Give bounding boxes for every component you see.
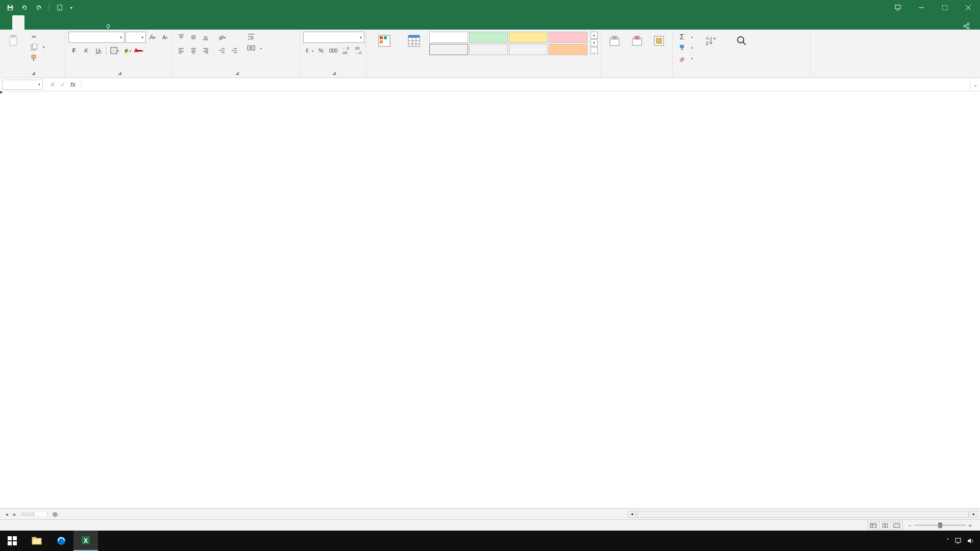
percent-format-button[interactable]: % [315,45,327,56]
zoom-slider[interactable] [915,524,966,526]
sheet-tab-sverweis-wildcard[interactable] [34,512,47,516]
maximize-button[interactable] [933,0,957,15]
tab-file[interactable] [0,15,12,30]
undo-button[interactable] [18,2,31,14]
style-schlecht[interactable] [549,32,587,43]
worksheet-grid[interactable] [0,91,980,508]
align-left-button[interactable] [176,45,187,56]
decrease-indent-button[interactable] [216,45,228,56]
hscroll-track[interactable] [637,511,969,518]
hscroll-right[interactable]: ▸ [970,511,978,518]
align-center-button[interactable] [188,45,199,56]
new-sheet-button[interactable]: ⊕ [47,510,63,518]
tray-volume-icon[interactable] [967,537,974,544]
style-eingabe[interactable] [549,44,587,55]
fill-color-button[interactable]: ▾ [121,45,132,56]
zoom-out-button[interactable]: − [908,522,911,529]
autosum-button[interactable]: Σ▾ [676,32,695,42]
borders-button[interactable]: ▾ [109,45,120,56]
number-launcher[interactable]: ◢ [332,70,336,76]
font-color-button[interactable]: A▾ [133,45,144,56]
cut-button[interactable]: ✂ [28,32,47,42]
share-button[interactable] [955,22,980,30]
alignment-launcher[interactable]: ◢ [235,70,239,76]
shrink-font-button[interactable]: A▾ [159,32,170,43]
italic-button[interactable]: K [81,45,92,56]
enter-formula-button[interactable]: ✓ [58,81,67,88]
bold-button[interactable]: F [68,45,80,56]
tab-einfuegen[interactable] [24,15,37,30]
decrease-decimal-button[interactable]: ,00→,0 [352,45,363,56]
hscroll-left[interactable]: ◂ [628,511,636,518]
wrap-text-button[interactable] [245,32,264,42]
style-besucht[interactable] [509,44,548,55]
align-bottom-button[interactable] [200,32,211,43]
page-break-view-button[interactable] [891,521,903,530]
task-explorer[interactable] [24,531,49,551]
style-ausgabe[interactable] [429,44,468,55]
tray-chevron-icon[interactable]: ˄ [946,538,949,544]
find-select-button[interactable] [727,32,756,67]
copy-button[interactable]: ▾ [28,42,47,53]
style-neutral[interactable] [509,32,548,43]
task-excel[interactable]: X [74,531,98,551]
cancel-formula-button[interactable]: ✕ [48,81,57,88]
gallery-up-button[interactable]: ▴ [591,32,598,39]
tab-daten[interactable] [61,15,74,30]
format-cells-button[interactable] [649,32,669,67]
align-top-button[interactable] [176,32,187,43]
increase-indent-button[interactable] [229,45,240,56]
paste-button[interactable] [3,32,26,67]
style-berechnung[interactable] [469,44,508,55]
cell-styles-gallery[interactable] [429,32,587,55]
task-edge[interactable] [49,531,74,551]
orientation-button[interactable]: ab▾ [216,32,228,43]
expand-formula-bar-button[interactable]: ⌄ [970,78,980,91]
ribbon-options-button[interactable] [886,0,910,15]
number-format-combo[interactable]: ▾ [303,32,364,43]
gallery-down-button[interactable]: ▾ [591,39,598,46]
sheet-nav-prev[interactable]: ▸ [11,511,18,518]
tray-network-icon[interactable] [954,537,962,544]
font-launcher[interactable]: ◢ [118,70,121,76]
increase-decimal-button[interactable]: ←,0,00 [340,45,351,56]
insert-function-button[interactable]: fx [68,81,78,88]
merge-center-button[interactable]: ▾ [245,43,264,53]
format-as-table-button[interactable] [401,32,427,67]
style-standard[interactable] [429,32,468,43]
underline-button[interactable]: U▾ [93,45,104,56]
sheet-tab-sverweis[interactable] [21,512,35,516]
style-gut[interactable] [469,32,508,43]
start-button[interactable] [0,531,24,551]
tab-seitenlayout[interactable] [37,15,49,30]
fill-button[interactable]: ▾ [676,42,695,53]
redo-button[interactable] [33,2,45,14]
minimize-button[interactable] [910,0,933,15]
clipboard-launcher[interactable]: ◢ [32,70,35,76]
name-box[interactable]: ▾ [2,80,43,90]
touch-mode-button[interactable] [54,2,66,14]
page-layout-view-button[interactable] [879,521,891,530]
close-button[interactable] [957,0,980,15]
accounting-format-button[interactable]: €▾ [303,45,314,56]
clear-button[interactable]: ▾ [676,53,695,63]
tab-ueberpruefen[interactable] [74,15,86,30]
font-family-combo[interactable]: ▾ [68,32,125,43]
grow-font-button[interactable]: A▴ [147,32,158,43]
zoom-in-button[interactable]: + [969,522,972,529]
delete-cells-button[interactable] [627,32,647,67]
align-middle-button[interactable] [188,32,199,43]
comma-format-button[interactable]: 000 [328,45,339,56]
format-painter-button[interactable] [28,53,47,63]
normal-view-button[interactable] [867,521,879,530]
sign-in-button[interactable] [872,0,886,15]
save-button[interactable] [4,2,16,14]
search-box[interactable] [98,23,121,30]
insert-cells-button[interactable] [604,32,625,67]
tab-start[interactable] [12,15,24,30]
conditional-formatting-button[interactable] [370,32,399,67]
qat-customize-button[interactable]: ▾ [68,2,75,14]
gallery-more-button[interactable]: ⎯ [591,47,598,54]
tab-ansicht[interactable] [86,15,98,30]
sheet-nav-first[interactable]: ◂ [3,511,10,518]
